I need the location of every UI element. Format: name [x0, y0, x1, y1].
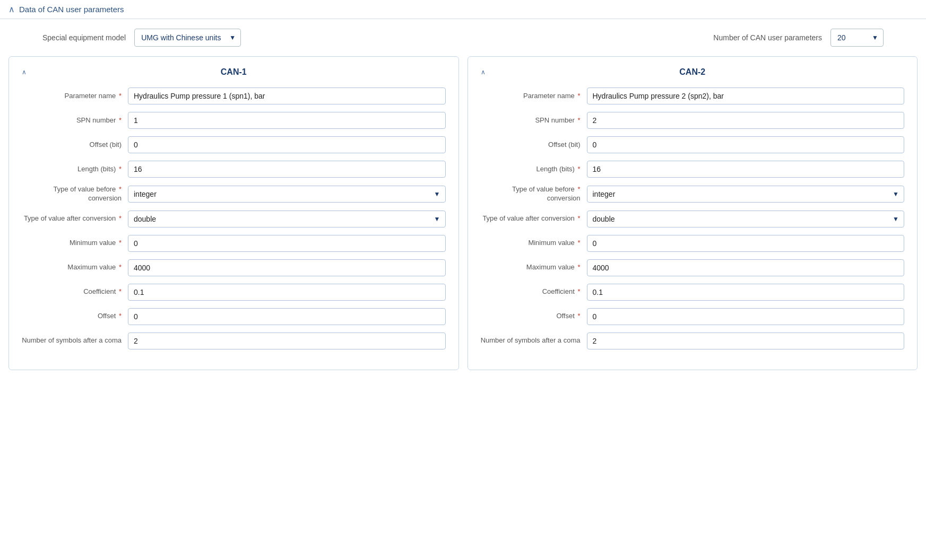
can1-minimum-value-required: *: [119, 239, 122, 247]
can1-maximum-value-row: Maximum value *: [22, 259, 446, 276]
can1-parameter-name-input[interactable]: [128, 88, 446, 104]
can1-type-before-select-wrapper: integer float double unsigned int ▼: [128, 186, 446, 203]
can1-type-before-row: Type of value before *conversion integer…: [22, 185, 446, 203]
panels-container: ∧ CAN-1 Parameter name * SPN number * Of…: [0, 56, 926, 379]
can2-length-bits-input[interactable]: [587, 161, 905, 178]
can1-offset-label: Offset *: [22, 312, 128, 321]
can2-offset-required: *: [577, 312, 580, 320]
can1-type-after-label: Type of value after conversion *: [22, 214, 128, 223]
can1-coefficient-row: Coefficient *: [22, 284, 446, 301]
can2-parameter-name-label: Parameter name *: [481, 92, 587, 101]
can2-coefficient-row: Coefficient *: [481, 284, 905, 301]
can2-symbols-after-coma-label: Number of symbols after a coma: [481, 336, 587, 345]
can1-spn-number-label: SPN number *: [22, 116, 128, 125]
can-params-select-wrapper: 10 15 20 25 30 ▼: [830, 29, 884, 47]
can2-minimum-value-row: Minimum value *: [481, 235, 905, 252]
can1-type-before-select[interactable]: integer float double unsigned int: [128, 186, 446, 203]
page-header: ∧ Data of CAN user parameters: [0, 0, 926, 19]
can1-offset-input[interactable]: [128, 308, 446, 325]
can2-coefficient-required: *: [577, 287, 580, 295]
equipment-label: Special equipment model: [42, 33, 126, 42]
can2-parameter-name-row: Parameter name *: [481, 88, 905, 104]
can2-minimum-value-required: *: [577, 239, 580, 247]
can1-minimum-value-input[interactable]: [128, 235, 446, 252]
can2-type-after-label: Type of value after conversion *: [481, 214, 587, 223]
collapse-icon[interactable]: ∧: [8, 4, 15, 14]
can1-minimum-value-label: Minimum value *: [22, 239, 128, 248]
panel-can1: ∧ CAN-1 Parameter name * SPN number * Of…: [8, 56, 459, 370]
can2-type-before-row: Type of value before *conversion integer…: [481, 185, 905, 203]
can2-length-bits-row: Length (bits) *: [481, 161, 905, 178]
can2-maximum-value-row: Maximum value *: [481, 259, 905, 276]
can1-offset-bit-label: Offset (bit): [22, 141, 128, 150]
can2-offset-bit-row: Offset (bit): [481, 136, 905, 153]
can1-offset-required: *: [119, 312, 122, 320]
can1-symbols-after-coma-row: Number of symbols after a coma: [22, 332, 446, 349]
can1-spn-number-row: SPN number *: [22, 112, 446, 129]
can2-coefficient-input[interactable]: [587, 284, 905, 301]
can1-coefficient-required: *: [119, 287, 122, 295]
can1-coefficient-label: Coefficient *: [22, 287, 128, 296]
can2-length-bits-label: Length (bits) *: [481, 165, 587, 174]
can2-spn-number-input[interactable]: [587, 112, 905, 129]
can2-type-after-select[interactable]: double float integer: [587, 211, 905, 228]
panel-can2-collapse-icon[interactable]: ∧: [481, 68, 486, 76]
can2-type-before-label: Type of value before *conversion: [481, 185, 587, 203]
can1-length-bits-required: *: [119, 165, 122, 173]
can1-maximum-value-input[interactable]: [128, 259, 446, 276]
panel-can2-header: ∧ CAN-2: [481, 67, 905, 77]
can1-type-after-select[interactable]: double float integer: [128, 211, 446, 228]
can2-symbols-after-coma-row: Number of symbols after a coma: [481, 332, 905, 349]
can1-symbols-after-coma-input[interactable]: [128, 332, 446, 349]
can2-parameter-name-required: *: [577, 92, 580, 100]
can1-type-after-required: *: [119, 214, 122, 222]
can2-maximum-value-input[interactable]: [587, 259, 905, 276]
can1-type-before-required: *: [119, 185, 122, 193]
can2-type-before-select-wrapper: integer float double unsigned int ▼: [587, 186, 905, 203]
can1-minimum-value-row: Minimum value *: [22, 235, 446, 252]
can1-offset-row: Offset *: [22, 308, 446, 325]
page-title: Data of CAN user parameters: [19, 5, 124, 14]
panel-can1-collapse-icon[interactable]: ∧: [22, 68, 27, 76]
can2-minimum-value-input[interactable]: [587, 235, 905, 252]
can2-offset-row: Offset *: [481, 308, 905, 325]
can2-offset-bit-input[interactable]: [587, 136, 905, 153]
can-params-select[interactable]: 10 15 20 25 30: [830, 29, 884, 47]
can1-length-bits-input[interactable]: [128, 161, 446, 178]
can1-maximum-value-label: Maximum value *: [22, 263, 128, 272]
can2-minimum-value-label: Minimum value *: [481, 239, 587, 248]
can2-offset-bit-label: Offset (bit): [481, 141, 587, 150]
can1-length-bits-label: Length (bits) *: [22, 165, 128, 174]
can2-spn-number-row: SPN number *: [481, 112, 905, 129]
can2-type-after-select-wrapper: double float integer ▼: [587, 211, 905, 228]
can2-type-before-select[interactable]: integer float double unsigned int: [587, 186, 905, 203]
can2-spn-number-label: SPN number *: [481, 116, 587, 125]
can2-spn-number-required: *: [577, 116, 580, 124]
can1-spn-number-input[interactable]: [128, 112, 446, 129]
toolbar-left: Special equipment model UMG with Chinese…: [42, 29, 241, 47]
can2-offset-input[interactable]: [587, 308, 905, 325]
can1-spn-number-required: *: [119, 116, 122, 124]
can2-coefficient-label: Coefficient *: [481, 287, 587, 296]
toolbar: Special equipment model UMG with Chinese…: [0, 19, 926, 56]
panel-can1-header: ∧ CAN-1: [22, 67, 446, 77]
panel-can2: ∧ CAN-2 Parameter name * SPN number * Of…: [468, 56, 918, 370]
can1-offset-bit-input[interactable]: [128, 136, 446, 153]
can-params-label: Number of CAN user parameters: [713, 33, 822, 42]
can2-maximum-value-required: *: [577, 263, 580, 271]
can1-type-after-select-wrapper: double float integer ▼: [128, 211, 446, 228]
panel-can2-title: CAN-2: [679, 67, 705, 77]
can1-symbols-after-coma-label: Number of symbols after a coma: [22, 336, 128, 345]
can2-maximum-value-label: Maximum value *: [481, 263, 587, 272]
equipment-select-wrapper: UMG with Chinese units UMG with SI units…: [134, 29, 241, 47]
can2-symbols-after-coma-input[interactable]: [587, 332, 905, 349]
can1-type-before-label: Type of value before *conversion: [22, 185, 128, 203]
equipment-select[interactable]: UMG with Chinese units UMG with SI units…: [134, 29, 241, 47]
can2-parameter-name-input[interactable]: [587, 88, 905, 104]
can1-maximum-value-required: *: [119, 263, 122, 271]
can2-offset-label: Offset *: [481, 312, 587, 321]
can1-coefficient-input[interactable]: [128, 284, 446, 301]
can1-parameter-name-row: Parameter name *: [22, 88, 446, 104]
can2-length-bits-required: *: [577, 165, 580, 173]
can1-parameter-name-required: *: [119, 92, 122, 100]
